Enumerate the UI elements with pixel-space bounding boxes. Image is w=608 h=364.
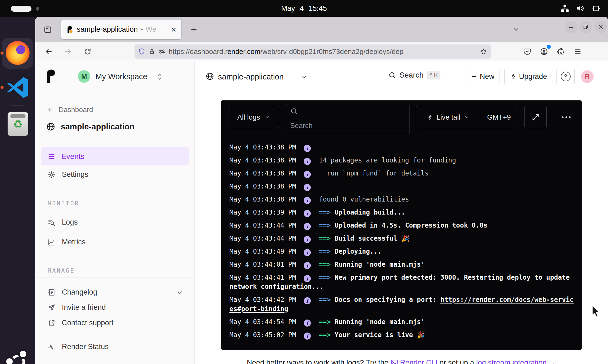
url-text[interactable]: https://dashboard.render.com/web/srv-d0b… (169, 47, 477, 56)
log-entry: May 4 03:43:44 PMi==> Uploaded in 4.5s. … (229, 219, 575, 232)
question-icon: ? (561, 72, 571, 81)
active-tab[interactable]: sample-application • We × (61, 20, 181, 39)
log-search-placeholder: Search (290, 122, 312, 130)
external-link-icon (48, 319, 55, 327)
globe-icon (206, 72, 214, 81)
log-message: ==> Build successful 🎉 (319, 235, 409, 242)
vscode-icon[interactable] (5, 75, 30, 99)
info-icon: i (304, 320, 311, 327)
show-apps-button[interactable] (7, 350, 29, 364)
timezone-button[interactable]: GMT+9 (481, 113, 517, 122)
tab-strip: sample-application • We × (35, 17, 608, 42)
sidebar-item-changelog[interactable]: Changelog (48, 288, 97, 296)
list-all-tabs-button[interactable] (510, 23, 522, 36)
sidebar-item-invite[interactable]: Invite a friend (48, 303, 106, 312)
expand-logs-button[interactable] (524, 106, 547, 128)
account-icon[interactable] (538, 46, 550, 57)
live-tail-button[interactable]: Live tail (416, 106, 481, 128)
log-more-menu-button[interactable] (558, 111, 575, 123)
forward-button[interactable] (62, 46, 74, 57)
info-icon: i (304, 236, 311, 243)
sidebar-item-settings[interactable]: Settings (48, 170, 88, 179)
extensions-icon[interactable] (555, 46, 567, 57)
log-filter-dropdown[interactable]: All logs (229, 106, 279, 128)
tab-title-separator: • (140, 26, 143, 33)
render-logo[interactable] (45, 68, 56, 85)
sidebar-service-name[interactable]: sample-application (46, 122, 135, 131)
system-top-bar: May 4 15:45 (0, 0, 608, 17)
log-entry: May 4 03:43:38 PMi (229, 180, 575, 193)
changelog-chevron-icon[interactable] (176, 289, 183, 296)
log-timestamp: May 4 03:43:38 PM (229, 182, 296, 191)
chart-icon (48, 238, 55, 246)
render-cli-link[interactable]: Render CLI (400, 359, 437, 364)
user-avatar[interactable]: R (581, 70, 594, 83)
search-label: Search (399, 71, 424, 79)
help-button[interactable]: ? (556, 68, 575, 85)
log-entry: May 4 03:44:41 PMi==> New primary port d… (229, 271, 575, 293)
permissions-icon[interactable] (158, 48, 165, 55)
shield-icon[interactable] (138, 48, 145, 55)
dock-divider (11, 106, 24, 106)
app-header: M My Workspace sample-application Search… (35, 61, 608, 92)
system-status-area[interactable] (561, 0, 601, 17)
workspace-avatar: M (78, 70, 90, 83)
log-stream-link[interactable]: log stream integration (476, 359, 547, 364)
lock-icon[interactable] (149, 48, 155, 55)
restore-button[interactable] (580, 21, 592, 33)
sidebar-item-events[interactable]: Events (41, 147, 189, 165)
sidebar-item-logs[interactable]: Logs (48, 218, 78, 226)
reload-button[interactable] (82, 46, 93, 57)
info-icon: i (304, 210, 311, 217)
workspace-switcher-icon[interactable] (156, 72, 163, 81)
global-search[interactable]: Search ^ K (388, 71, 440, 79)
sidebar-item-label: Logs (62, 218, 78, 226)
log-message: ==> Deploying... (319, 248, 382, 255)
log-timestamp: May 4 03:43:38 PM (229, 143, 296, 152)
firefox-view-button[interactable] (42, 24, 54, 36)
chevron-down-icon[interactable] (300, 74, 307, 81)
log-timestamp: May 4 03:43:49 PM (229, 247, 296, 256)
browser-toolbar: https://dashboard.render.com/web/srv-d0b… (35, 42, 608, 61)
menu-hamburger-icon[interactable] (572, 46, 583, 57)
sidebar-item-label: Contact support (62, 319, 114, 327)
new-button[interactable]: New (466, 68, 500, 85)
log-link[interactable]: https://render.com/docs/web-servic (440, 296, 574, 304)
log-message: ==> Running 'node main.mjs' (319, 261, 425, 268)
sidebar-back-dashboard[interactable]: Dashboard (47, 106, 93, 114)
service-selector[interactable]: sample-application (218, 72, 284, 81)
arrow-right-icon: → (549, 359, 556, 364)
bookmark-star-icon[interactable] (480, 48, 487, 55)
sidebar-item-metrics[interactable]: Metrics (48, 238, 85, 246)
log-entry: May 4 03:43:39 PMi==> Uploading build... (229, 206, 575, 219)
sidebar-item-contact[interactable]: Contact support (48, 319, 114, 327)
log-panel: All logs Search Live tail (221, 100, 582, 350)
log-search-icon (48, 219, 55, 226)
back-button[interactable] (43, 46, 54, 57)
url-bar[interactable]: https://dashboard.render.com/web/srv-d0b… (135, 44, 491, 59)
close-window-button[interactable] (594, 21, 607, 33)
tab-close-button[interactable]: × (171, 25, 176, 34)
chevron-down-icon (264, 114, 270, 120)
log-timestamp: May 4 03:44:01 PM (229, 260, 296, 269)
new-tab-button[interactable] (188, 23, 200, 36)
sidebar-item-render-status[interactable]: Render Status (48, 343, 109, 351)
upgrade-button[interactable]: Upgrade (504, 68, 553, 85)
volume-icon (576, 4, 585, 13)
log-entry: May 4 03:43:38 PMi14 packages are lookin… (229, 154, 575, 167)
chevron-down-icon (464, 114, 469, 120)
minimize-button[interactable] (565, 21, 577, 33)
firefox-dock-tile[interactable] (2, 38, 33, 69)
workspace-name[interactable]: My Workspace (95, 72, 147, 81)
log-message: ==> Running 'node main.mjs' (319, 318, 425, 326)
network-icon (561, 4, 569, 12)
dock: ♻ (0, 17, 35, 364)
system-clock[interactable]: May 4 15:45 (0, 0, 608, 17)
log-timestamp: May 4 03:43:38 PM (229, 195, 296, 204)
trash-icon[interactable]: ♻ (8, 112, 28, 136)
list-icon (48, 153, 55, 160)
pocket-icon[interactable] (521, 46, 533, 57)
mouse-cursor (591, 305, 604, 318)
log-link[interactable]: es#port-binding (229, 305, 288, 313)
log-search-input[interactable]: Search (286, 104, 409, 134)
